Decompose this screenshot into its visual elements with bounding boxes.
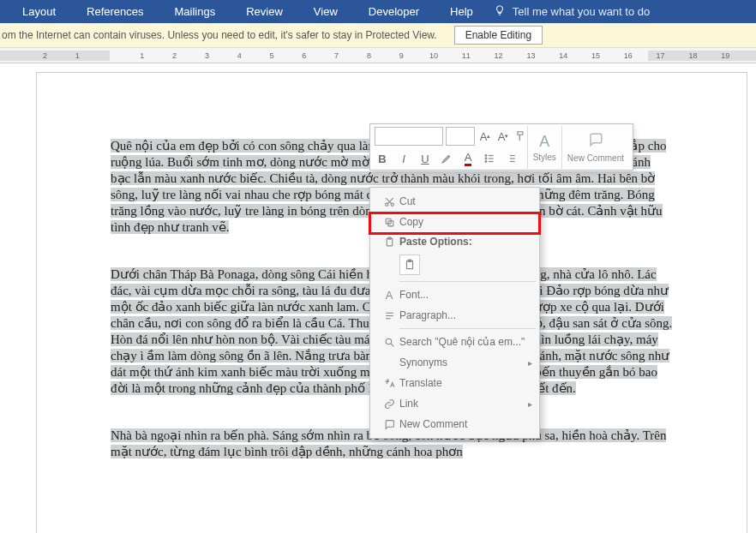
font-family-combo[interactable] <box>375 127 443 146</box>
styles-label: Styles <box>533 153 556 162</box>
translate-icon <box>379 378 399 389</box>
ctx-paragraph[interactable]: Paragraph... <box>370 305 539 326</box>
styles-icon: A <box>539 133 549 151</box>
ctx-paste-header-label: Paste Options: <box>399 236 539 248</box>
tab-view[interactable]: View <box>298 0 353 23</box>
ctx-cut-label: Cut <box>399 195 539 207</box>
paste-icon <box>379 237 399 248</box>
mini-toolbar: A▴ A▾ B I U A A Styles New Comment <box>369 123 633 171</box>
protected-view-message: om the Internet can contain viruses. Unl… <box>2 29 437 41</box>
search-icon <box>379 337 399 348</box>
styles-button[interactable]: A Styles <box>527 126 561 169</box>
svg-point-20 <box>386 338 392 344</box>
tell-me-search[interactable]: Tell me what you want to do <box>513 5 650 18</box>
bold-icon[interactable]: B <box>375 150 390 167</box>
ribbon-tabs: Layout References Mailings Review View D… <box>0 0 756 23</box>
enable-editing-button[interactable]: Enable Editing <box>454 26 543 45</box>
ctx-link[interactable]: Link <box>370 393 539 414</box>
ctx-new-comment[interactable]: New Comment <box>370 414 539 434</box>
ctx-synonyms[interactable]: Synonyms <box>370 352 539 373</box>
ctx-copy-label: Copy <box>399 216 539 228</box>
new-comment-icon <box>379 419 399 430</box>
tab-references[interactable]: References <box>71 0 159 23</box>
ctx-link-label: Link <box>399 398 528 410</box>
bullets-icon[interactable] <box>482 150 497 167</box>
tab-help[interactable]: Help <box>435 0 489 23</box>
ctx-cut[interactable]: Cut <box>370 191 539 212</box>
tab-review[interactable]: Review <box>231 0 298 23</box>
underline-icon[interactable]: U <box>417 150 433 167</box>
ctx-search-label: Search "Quê nội của em..." <box>399 336 539 348</box>
paragraph-dialog-icon <box>379 310 399 321</box>
ctx-translate[interactable]: Translate <box>370 373 539 393</box>
ctx-copy[interactable]: Copy <box>370 212 539 232</box>
tab-developer[interactable]: Developer <box>353 0 435 23</box>
ctx-translate-label: Translate <box>399 377 539 389</box>
numbering-icon[interactable] <box>503 150 519 167</box>
font-dialog-icon: A <box>379 289 399 302</box>
paste-option-keep-text[interactable] <box>399 255 420 275</box>
ctx-paragraph-label: Paragraph... <box>399 309 539 321</box>
decrease-font-icon[interactable]: A▾ <box>495 128 511 145</box>
protected-view-bar: om the Internet can contain viruses. Unl… <box>0 23 756 48</box>
svg-point-4 <box>485 161 487 163</box>
ctx-new-comment-label: New Comment <box>399 418 539 430</box>
cut-icon <box>379 196 399 207</box>
svg-point-2 <box>485 158 487 159</box>
ruler[interactable]: 2112345678910111213141516171819 <box>0 48 756 63</box>
font-size-combo[interactable] <box>446 127 475 146</box>
highlight-icon[interactable] <box>439 150 454 167</box>
context-menu: Cut Copy Paste Options: A Font... Paragr… <box>369 187 540 439</box>
ctx-synonyms-label: Synonyms <box>399 356 528 368</box>
ctx-paste-header: Paste Options: <box>370 232 539 251</box>
new-comment-button[interactable]: New Comment <box>561 126 629 169</box>
ctx-search[interactable]: Search "Quê nội của em..." <box>370 332 539 352</box>
copy-icon <box>379 217 399 228</box>
comment-icon <box>588 132 603 152</box>
lightbulb-icon <box>494 4 506 19</box>
tab-mailings[interactable]: Mailings <box>159 0 231 23</box>
ctx-font-label: Font... <box>399 289 539 301</box>
italic-icon[interactable]: I <box>396 150 411 167</box>
tab-layout[interactable]: Layout <box>7 0 71 23</box>
svg-point-0 <box>485 155 487 157</box>
increase-font-icon[interactable]: A▴ <box>477 128 493 145</box>
ctx-font[interactable]: A Font... <box>370 284 539 305</box>
new-comment-label: New Comment <box>567 153 624 163</box>
link-icon <box>379 398 399 410</box>
svg-line-21 <box>391 344 393 346</box>
font-color-icon[interactable]: A <box>460 150 476 167</box>
